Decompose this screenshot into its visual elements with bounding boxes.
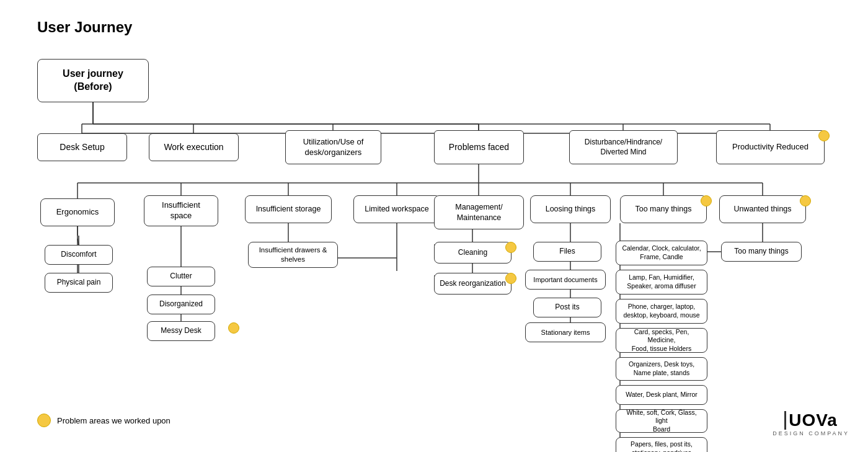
logo-bar (784, 411, 786, 430)
box-tm3: Phone, charger, laptop,desktop, keyboard… (616, 299, 707, 324)
box-post-its: Post its (533, 298, 601, 317)
box-cleaning: Cleaning (434, 242, 512, 264)
box-utilization: Utilization/Use ofdesk/organizers (285, 130, 381, 164)
box-physical-pain: Physical pain (45, 273, 113, 293)
legend-label: Problem areas we worked upon (57, 416, 170, 425)
box-tm8: Papers, files, post its,stationary, pend… (616, 437, 707, 452)
box-ergonomics: Ergonomics (40, 198, 115, 226)
box-desk-reorg: Desk reorganization (434, 273, 512, 295)
box-productivity: Productivity Reduced (716, 130, 825, 164)
logo-brand: UOVa (789, 410, 838, 430)
box-stationary: Stationary items (525, 322, 606, 342)
box-tm6: Water, Desk plant, Mirror (616, 385, 707, 405)
box-tm4: Card, specks, Pen, Medicine,Food, tissue… (616, 328, 707, 353)
box-insuff-drawers: Insufficient drawers &shelves (248, 242, 338, 268)
box-too-many: Too many things (620, 195, 707, 223)
box-disorganized: Disorganized (147, 295, 215, 314)
box-limited-ws: Limited workspace (353, 195, 440, 223)
box-insuff-storage: Insufficient storage (245, 195, 332, 223)
box-tm7: White, soft, Cork, Glass, lightBoard (616, 409, 707, 433)
pin-desk-reorg (505, 273, 516, 284)
logo: UOVa DESIGN COMPANY (773, 410, 849, 436)
box-messy-desk: Messy Desk (147, 321, 215, 341)
pin-cleaning (505, 242, 516, 253)
pin-unwanted-header (800, 195, 811, 206)
box-clutter: Clutter (147, 267, 215, 286)
legend: Problem areas we worked upon (37, 414, 170, 427)
svg-line-30 (78, 239, 79, 245)
page-title: User Journey (0, 0, 868, 42)
box-problems: Problems faced (434, 130, 524, 164)
box-files: Files (533, 242, 601, 262)
box-uw1: Too many things (721, 242, 802, 262)
box-unwanted: Unwanted things (719, 195, 806, 223)
logo-sub: DESIGN COMPANY (773, 430, 849, 436)
box-disturbance: Disturbance/Hindrance/Diverted Mind (569, 130, 678, 164)
box-mgmt: Management/Maintenance (434, 195, 524, 229)
box-imp-docs: Important documents (525, 270, 606, 290)
box-work-execution: Work execution (149, 133, 239, 161)
box-loosing: Loosing things (530, 195, 611, 223)
pin-productivity (818, 130, 830, 141)
box-tm2: Lamp, Fan, Humidifier,Speaker, aroma dif… (616, 270, 707, 295)
box-insuff-space: Insufficientspace (144, 195, 218, 226)
box-tm1: Calendar, Clock, calculator,Frame, Candl… (616, 241, 707, 265)
pin-messy-desk (228, 322, 239, 334)
box-tm5: Organizers, Desk toys,Name plate, stands (616, 357, 707, 381)
legend-dot (37, 414, 51, 427)
root-box: User journey(Before) (37, 59, 149, 102)
pin-too-many-header (701, 195, 712, 206)
box-discomfort: Discomfort (45, 245, 113, 265)
box-desk-setup: Desk Setup (37, 133, 127, 161)
